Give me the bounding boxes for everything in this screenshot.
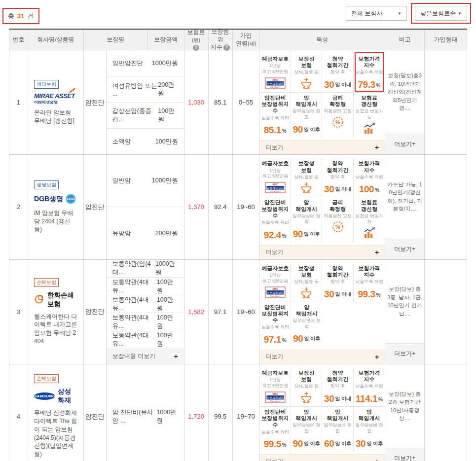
feature-title: 암진단비 보장범위지수: [260, 304, 289, 324]
feature-sub: 낮을수록 저렴: [355, 279, 384, 285]
premium-value: 1,582: [184, 260, 209, 364]
coverage-amount: 100만원: [157, 296, 178, 313]
coverage-amount: 100만원: [157, 331, 178, 348]
feature-title: 보장성 보험: [292, 160, 321, 173]
feature-value: [292, 391, 321, 403]
feature-value: 79.3%: [355, 77, 384, 89]
note-more-button[interactable]: 더보기+: [385, 134, 424, 154]
coverage-amount: 200만원: [158, 81, 178, 98]
note-more-button[interactable]: 더보기+: [385, 448, 424, 461]
svg-text:KDIC: KDIC: [272, 78, 278, 81]
renewal-chart-icon: [363, 227, 376, 239]
feature-value: 92.4%: [260, 227, 289, 240]
features-cell: 예금자보호1인당 최고 5천만원 KDIC 보호금융상품 예금보험공사보장성 보…: [259, 364, 385, 461]
feature-box: 보험가격 지수낮을수록 저렴79.3%: [354, 54, 385, 92]
coverage-amount: 100만원: [157, 278, 178, 295]
age-range: 19~60: [233, 260, 260, 364]
header-range-index: 보장범위 지수?: [209, 30, 233, 50]
sort-select[interactable]: 낮은보험료순 ▼: [415, 6, 467, 21]
features-more-button[interactable]: 더보기 +: [259, 245, 385, 259]
svg-text:예금보험공사: 예금보험공사: [270, 190, 281, 193]
premium-value: 1,720: [184, 364, 209, 461]
mirae-asset-logo: MIRAE ASSET미래에셋생명: [34, 93, 75, 105]
coverage-item: 유방암200만원: [107, 207, 184, 259]
feature-sub: 일부담보에 한함: [355, 423, 384, 434]
coverage-name: 여성유방암 또는 ...: [112, 82, 158, 97]
feature-sub: 보험료 변동가능: [355, 213, 384, 225]
coverage-list: 일반암진단1000만원여성유방암 또는 ...200만원갑상선암(중증 갑...…: [107, 50, 184, 154]
feature-value: [292, 181, 321, 194]
feature-sub: 상해,질병 등: [292, 384, 321, 390]
coverage-amount: 1000만원: [152, 177, 178, 185]
join-type-cell: [425, 364, 467, 461]
feature-sub: 높을수록 유리: [260, 220, 289, 226]
coverage-more-button[interactable]: 보장내용 더보기+: [107, 349, 184, 364]
bowl-icon: [300, 181, 313, 194]
coverage-item: 보통약관(4대유...100만원: [107, 331, 184, 349]
feature-title: 암 책임개시: [355, 409, 384, 422]
coverage-list: 암 진단비(유사암 ...1000만원: [107, 364, 184, 461]
features-cell: 예금자보호1인당 최고 5천만원 KDIC 보호금융상품 예금보험공사보장성 보…: [259, 155, 385, 259]
coverage-name: 유방암: [112, 229, 131, 238]
feature-box: 청약 철회기간청약 후30일 이내: [322, 368, 353, 406]
feature-sub: 적용금리 고정: [323, 108, 352, 114]
insurer-filter-select[interactable]: 전체 보험사 ▼: [346, 6, 407, 21]
header-join-type: 가입형태: [425, 30, 467, 50]
svg-text:예금보험공사: 예금보험공사: [270, 86, 281, 88]
coverage-item: 암 진단비(유사암 ...1000만원: [107, 364, 184, 461]
feature-number: 90: [293, 229, 303, 239]
header-amount: 보장금액: [148, 30, 184, 50]
features-more-button[interactable]: 더보기 +: [259, 454, 385, 461]
header-features: 특성: [259, 30, 385, 50]
insurer-filter-value: 전체 보험사: [351, 9, 382, 18]
table-header: 번호 회사명/상품명 보장명 보장금액 보험료(원) ? 보장범위 지수? 가입…: [9, 29, 467, 50]
feature-title: 보장성 보험: [292, 370, 321, 383]
feature-sub: 일부담보에 한함: [292, 423, 321, 434]
note-more-button[interactable]: 더보기+: [385, 239, 424, 259]
coverage-item: 보통약관(4대유...100만원: [107, 278, 184, 295]
header-premium: 보험료(원) ?: [184, 30, 209, 50]
coverage-name: 보통약관(4대유...: [112, 296, 157, 313]
feature-title: 금리 확정형: [323, 95, 352, 107]
results-table: 번호 회사명/상품명 보장명 보장금액 보험료(원) ? 보장범위 지수? 가입…: [9, 29, 467, 461]
company-cell: 생명보험 MIRAE ASSET미래에셋생명 온라인 암보험 무배당 [갱신형]: [28, 50, 84, 154]
coverage-item: 보통약관(4대유...100만원: [107, 313, 184, 331]
feature-title: 보험가격 지수: [355, 56, 384, 69]
feature-value: 90일 이후: [292, 331, 321, 343]
range-index-value: 92.4: [209, 155, 233, 259]
more-label: 더보기: [265, 248, 283, 256]
help-icon[interactable]: ?: [223, 44, 230, 51]
feature-sub: 1인당 최고 5천만원: [260, 273, 289, 284]
table-row: 2 생명보험 DGB생명DGB iM 암보험 무배당 2404 (갱신형) 암진…: [9, 155, 467, 259]
feature-box: 암진단비 보장범위지수높을수록 유리85.1%: [259, 92, 291, 138]
range-index-value: 85.1: [209, 50, 233, 154]
note-more-button[interactable]: 더보기+: [385, 343, 424, 364]
total-prefix: 총: [8, 12, 14, 20]
feature-title: 보험료 갱신형: [355, 95, 384, 107]
feature-unit: %: [282, 128, 287, 135]
kdic-deposit-protection-icon: KDIC 보호금융상품 예금보험공사: [265, 391, 286, 403]
insurance-type-badge: 손해보험: [34, 374, 59, 383]
note-cell: 카드납 가능, 10년만기(갱신형), 전기납, 기본형/치.... 더보기+: [385, 155, 425, 259]
coverage-amount: 100만원: [158, 107, 178, 124]
svg-text:%: %: [335, 119, 340, 125]
join-type-cell: [425, 155, 467, 259]
feature-title: 암진단비 보장범위지수: [260, 409, 289, 428]
feature-value: KDIC 보호금융상품 예금보험공사: [260, 285, 289, 298]
feature-sub: 상해,질병 등: [292, 279, 321, 285]
feature-box: 암 책임개시일부담보에 한함60일 이후: [322, 406, 353, 452]
feature-sub: 1인당 최고 5천만원: [260, 168, 289, 179]
plus-icon: +: [375, 143, 379, 151]
feature-grid: 예금자보호1인당 최고 5천만원 KDIC 보호금융상품 예금보험공사보장성 보…: [259, 260, 385, 350]
feature-sub: 일부담보에 한함: [292, 108, 321, 120]
svg-text:보호금융상품: 보호금융상품: [266, 186, 284, 189]
more-label: 더보기: [265, 353, 283, 361]
table-row: 4 손해보험 SAMSUNG삼성화재 무배당 삼성화재 다이렉트 The 힘이 …: [9, 364, 467, 461]
features-more-button[interactable]: 더보기 +: [259, 140, 385, 154]
feature-unit: 일 이내: [335, 81, 351, 89]
svg-text:KDIC: KDIC: [272, 183, 278, 185]
feature-unit: 일 이후: [304, 440, 320, 448]
feature-sub: 적용금리 고정: [323, 213, 352, 219]
feature-number: 100: [359, 184, 374, 194]
features-more-button[interactable]: 더보기 +: [259, 350, 385, 364]
